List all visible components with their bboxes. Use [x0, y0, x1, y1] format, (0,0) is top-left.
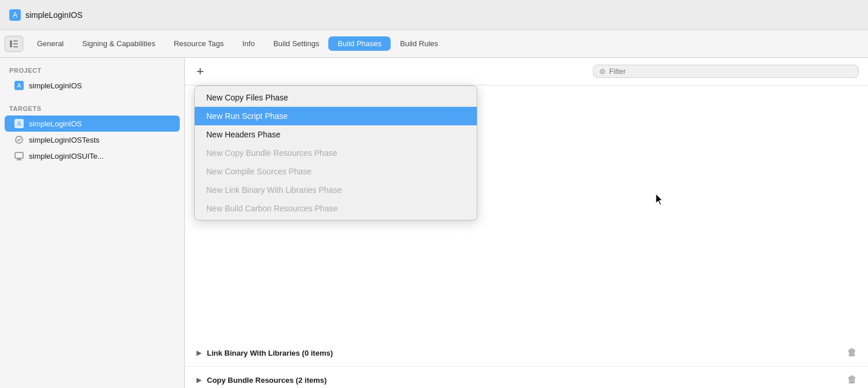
target-name-1: simpleLoginIOSTests [29, 136, 99, 144]
menu-item-copy-files[interactable]: New Copy Files Phase [195, 88, 477, 107]
sidebar-icon [10, 40, 18, 47]
sidebar-divider [0, 94, 184, 105]
dropdown-menu: New Copy Files Phase New Run Script Phas… [194, 85, 477, 221]
delete-copy-bundle-button[interactable]: 🗑 [847, 375, 856, 385]
svg-text:A: A [17, 121, 21, 127]
sidebar-item-tests[interactable]: simpleLoginIOSTests [5, 132, 180, 148]
project-icon: A [14, 80, 24, 91]
target-app-icon: A [14, 118, 24, 129]
phase-row-copy-bundle[interactable]: ▶ Copy Bundle Resources (2 items) 🗑 [185, 367, 868, 388]
add-phase-button[interactable]: + [194, 64, 206, 79]
project-name: simpleLoginIOS [29, 81, 82, 90]
filter-input[interactable] [609, 67, 852, 76]
app-icon: A [9, 9, 21, 21]
filter-input-wrap: ⊜ [593, 65, 859, 78]
project-section-label: PROJECT [0, 67, 184, 74]
tab-build-rules[interactable]: Build Rules [391, 36, 447, 51]
menu-item-build-carbon: New Build Carbon Resources Phase [195, 199, 477, 218]
phase-rows: ▶ Link Binary With Libraries (0 items) 🗑… [185, 339, 868, 388]
targets-section-label: TARGETS [0, 105, 184, 112]
tab-resource-tags[interactable]: Resource Tags [165, 36, 233, 51]
svg-rect-3 [13, 40, 18, 42]
svg-rect-4 [13, 43, 18, 44]
svg-rect-12 [17, 159, 21, 160]
sidebar-item-uitests[interactable]: simpleLoginIOSUITe... [5, 148, 180, 164]
tab-info[interactable]: Info [233, 36, 264, 51]
svg-rect-13 [16, 160, 22, 161]
svg-text:A: A [13, 11, 17, 19]
content-area: + ⊜ New Copy Files Phase New Run Script … [185, 58, 868, 388]
svg-rect-5 [13, 46, 18, 47]
chevron-icon-link-binary: ▶ [196, 349, 201, 357]
sidebar-toggle-button[interactable] [5, 36, 23, 52]
menu-item-run-script[interactable]: New Run Script Phase [195, 107, 477, 125]
tab-build-phases[interactable]: Build Phases [328, 36, 391, 51]
phase-label-link-binary: Link Binary With Libraries (0 items) [207, 349, 333, 357]
chevron-icon-copy-bundle: ▶ [196, 376, 201, 384]
menu-item-link-binary: New Link Binary With Libraries Phase [195, 181, 477, 199]
phase-row-link-binary[interactable]: ▶ Link Binary With Libraries (0 items) 🗑 [185, 339, 868, 367]
sidebar-item-project[interactable]: A simpleLoginIOS [5, 77, 180, 94]
tab-general[interactable]: General [28, 36, 73, 51]
target-name-0: simpleLoginIOS [29, 120, 82, 128]
target-test-icon [14, 135, 24, 145]
sidebar-item-simpleLoginIOS[interactable]: A simpleLoginIOS [5, 115, 180, 132]
tab-signing[interactable]: Signing & Capabilities [73, 36, 164, 51]
svg-rect-2 [10, 40, 12, 47]
window-title: simpleLoginIOS [25, 10, 83, 20]
phase-label-copy-bundle: Copy Bundle Resources (2 items) [207, 376, 327, 385]
target-uitest-icon [14, 151, 24, 161]
mouse-cursor [656, 194, 663, 204]
delete-link-binary-button[interactable]: 🗑 [847, 348, 856, 358]
svg-rect-11 [15, 152, 23, 158]
menu-item-headers[interactable]: New Headers Phase [195, 125, 477, 144]
main-layout: PROJECT A simpleLoginIOS TARGETS A simpl… [0, 58, 868, 388]
tab-build-settings[interactable]: Build Settings [264, 36, 329, 51]
menu-item-copy-bundle: New Copy Bundle Resources Phase [195, 144, 477, 162]
menu-item-compile-sources: New Compile Sources Phase [195, 162, 477, 181]
tab-bar: General Signing & Capabilities Resource … [0, 30, 868, 58]
svg-text:A: A [17, 83, 21, 89]
title-bar: A simpleLoginIOS [0, 0, 868, 30]
filter-icon: ⊜ [599, 67, 606, 76]
sidebar: PROJECT A simpleLoginIOS TARGETS A simpl… [0, 58, 185, 388]
target-name-2: simpleLoginIOSUITe... [29, 152, 103, 161]
content-toolbar: + ⊜ [185, 58, 868, 85]
